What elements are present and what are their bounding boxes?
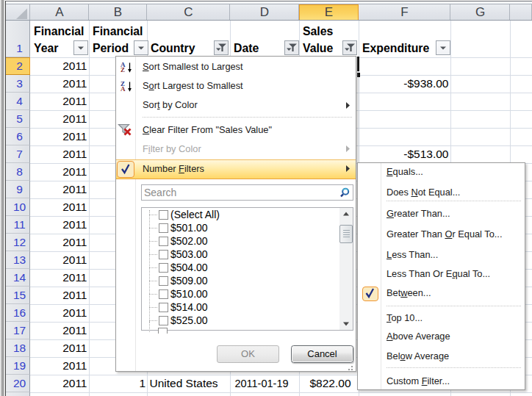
svg-text:A: A xyxy=(121,84,126,92)
svg-text:Z: Z xyxy=(121,66,125,73)
